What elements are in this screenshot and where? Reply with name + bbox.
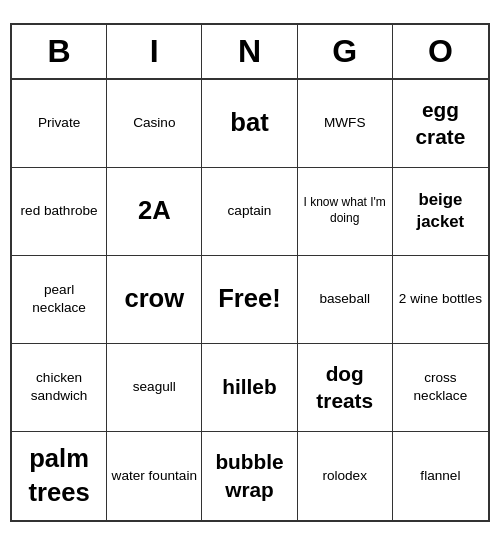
cell-text: 2 wine bottles [399,290,482,308]
bingo-cell[interactable]: pearl necklace [12,256,107,344]
bingo-cell[interactable]: egg crate [393,80,488,168]
cell-text: I know what I'm doing [302,195,388,226]
cell-text: Private [38,114,80,132]
cell-text: baseball [319,290,370,308]
bingo-cell[interactable]: bubble wrap [202,432,297,520]
cell-text: Casino [133,114,175,132]
cell-text: seagull [133,378,176,396]
header-letter: B [12,25,107,78]
bingo-cell[interactable]: seagull [107,344,202,432]
cell-text: flannel [420,467,460,485]
header-letter: N [202,25,297,78]
header-letter: G [298,25,393,78]
bingo-cell[interactable]: red bathrobe [12,168,107,256]
cell-text: cross necklace [397,369,484,404]
bingo-cell[interactable]: MWFS [298,80,393,168]
cell-text: bubble wrap [206,448,292,502]
cell-text: hilleb [222,373,276,400]
bingo-cell[interactable]: Free! [202,256,297,344]
cell-text: captain [228,202,272,220]
bingo-cell[interactable]: water fountain [107,432,202,520]
cell-text: beige jacket [397,189,484,233]
bingo-grid: PrivateCasinobatMWFSegg cratered bathrob… [12,80,488,520]
bingo-cell[interactable]: captain [202,168,297,256]
bingo-cell[interactable]: 2A [107,168,202,256]
bingo-cell[interactable]: dog treats [298,344,393,432]
cell-text: pearl necklace [16,281,102,316]
bingo-cell[interactable]: rolodex [298,432,393,520]
cell-text: dog treats [302,360,388,414]
bingo-cell[interactable]: bat [202,80,297,168]
bingo-header: BINGO [12,25,488,80]
bingo-cell[interactable]: 2 wine bottles [393,256,488,344]
bingo-cell[interactable]: baseball [298,256,393,344]
cell-text: Free! [218,282,281,315]
bingo-cell[interactable]: Private [12,80,107,168]
cell-text: bat [230,106,268,139]
header-letter: I [107,25,202,78]
cell-text: 2A [138,194,171,227]
cell-text: crow [124,282,184,315]
cell-text: rolodex [322,467,367,485]
bingo-cell[interactable]: flannel [393,432,488,520]
bingo-cell[interactable]: chicken sandwich [12,344,107,432]
cell-text: egg crate [397,96,484,150]
bingo-cell[interactable]: I know what I'm doing [298,168,393,256]
cell-text: red bathrobe [21,202,98,220]
bingo-cell[interactable]: cross necklace [393,344,488,432]
header-letter: O [393,25,488,78]
cell-text: palm trees [16,442,102,509]
bingo-cell[interactable]: crow [107,256,202,344]
cell-text: chicken sandwich [16,369,102,404]
cell-text: water fountain [112,467,197,485]
cell-text: MWFS [324,114,366,132]
bingo-cell[interactable]: beige jacket [393,168,488,256]
bingo-cell[interactable]: hilleb [202,344,297,432]
bingo-cell[interactable]: Casino [107,80,202,168]
bingo-card: BINGO PrivateCasinobatMWFSegg cratered b… [10,23,490,522]
bingo-cell[interactable]: palm trees [12,432,107,520]
